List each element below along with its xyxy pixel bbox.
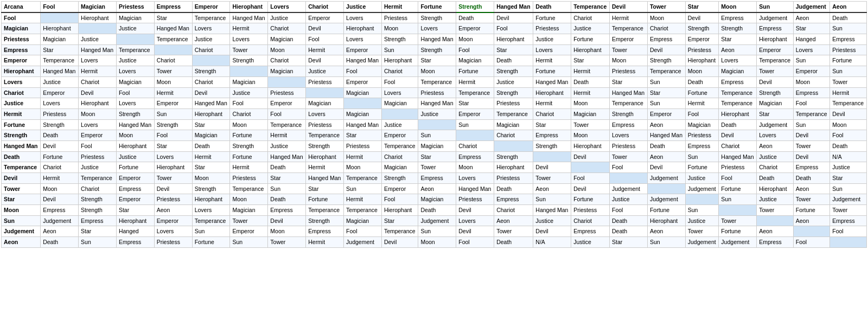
table-cell: Fortune	[685, 87, 719, 98]
table-cell: Hierophant	[571, 44, 610, 55]
table-cell: Lovers	[116, 98, 154, 109]
table-cell: Emperor	[230, 226, 268, 237]
table-row: PriestessMagicianJusticeTemperanceJustic…	[2, 34, 867, 45]
table-cell: Justice	[306, 66, 344, 77]
table-cell: Aeon	[757, 226, 794, 237]
table-cell: Devil	[79, 87, 117, 98]
table-cell: Strength	[685, 23, 719, 34]
table-cell: Moon	[793, 76, 830, 87]
table-cell: Devil	[268, 215, 306, 226]
table-cell: Justice	[685, 215, 719, 226]
table-cell: Magician	[230, 205, 268, 216]
table-cell: Lovers	[154, 151, 192, 162]
table-cell: Death	[192, 140, 230, 151]
table-cell: Strength	[610, 108, 648, 119]
table-cell: Hierophant	[192, 194, 230, 205]
table-cell: Judgement	[647, 194, 685, 205]
table-cell: Star	[418, 55, 456, 66]
column-header-star: Star	[685, 2, 719, 12]
table-row: AeonDeathSunEmpressPriestessFortuneSunTo…	[2, 237, 867, 248]
table-cell: Magician	[757, 98, 794, 109]
table-cell: Fortune	[456, 66, 494, 77]
table-cell: Magician	[306, 98, 344, 109]
table-cell: Fortune	[230, 151, 268, 162]
row-label: Emperor	[2, 55, 41, 66]
table-cell: Justice	[192, 34, 230, 45]
table-row: JudgementAeonStarHangedLoversSunEmperorM…	[2, 226, 867, 237]
row-label: Hermit	[2, 108, 41, 119]
table-cell: Fool	[154, 130, 192, 141]
table-cell: Empress	[685, 140, 719, 151]
table-cell: Temperance	[418, 76, 456, 87]
table-cell: Devil	[381, 237, 418, 248]
table-cell: Hierophant	[381, 205, 418, 216]
table-cell	[456, 130, 494, 141]
table-cell: Strength	[154, 119, 192, 130]
row-label: Devil	[2, 173, 41, 184]
table-cell: Magician	[116, 12, 154, 23]
table-cell: Death	[494, 237, 533, 248]
table-cell: Star	[192, 119, 230, 130]
table-cell: Strength	[116, 108, 154, 119]
table-cell	[793, 226, 830, 237]
table-cell: Tower	[418, 162, 456, 173]
table-cell: Hierophant	[154, 162, 192, 173]
table-cell: Emperor	[381, 130, 418, 141]
table-cell: Devil	[192, 87, 230, 98]
table-cell: Death	[268, 162, 306, 173]
table-cell: Devil	[306, 23, 344, 34]
table-cell: Emperor	[154, 98, 192, 109]
table-cell: Devil	[719, 130, 757, 141]
table-cell: Aeon	[647, 151, 685, 162]
table-cell: Priestess	[571, 205, 610, 216]
table-cell: Temperance	[230, 183, 268, 194]
table-cell: Hierophant	[79, 12, 117, 23]
table-cell: Empress	[306, 226, 344, 237]
table-cell: Justice	[571, 23, 610, 34]
table-cell	[268, 76, 306, 87]
table-cell: Temperance	[192, 12, 230, 23]
table-cell: Magician	[685, 119, 719, 130]
table-cell: Fool	[306, 34, 344, 45]
table-cell: Judgement	[41, 215, 79, 226]
table-cell: Tower	[154, 66, 192, 77]
table-cell: Emperor	[610, 34, 648, 45]
table-cell: Hermit	[533, 55, 571, 66]
table-cell: Temperance	[610, 23, 648, 34]
table-cell: Moon	[456, 162, 494, 173]
table-cell: Priestess	[830, 44, 867, 55]
table-cell: Devil	[793, 130, 830, 141]
table-row: LoversJusticeChariotMagicianMoonChariotM…	[2, 76, 867, 87]
table-cell: Hermit	[154, 87, 192, 98]
table-cell: Emperor	[79, 130, 117, 141]
table-cell: Fortune	[116, 162, 154, 173]
table-cell: Priestess	[719, 162, 757, 173]
table-cell: Devil	[793, 151, 830, 162]
table-cell: Hermit	[41, 173, 79, 184]
column-header-tower: Tower	[647, 2, 685, 12]
table-cell: Chariot	[192, 44, 230, 55]
table-cell: Tower	[533, 173, 571, 184]
table-cell: Temperance	[830, 98, 867, 109]
table-cell: Tower	[685, 226, 719, 237]
table-cell: Hermit	[344, 151, 382, 162]
table-cell: Hierophant	[116, 215, 154, 226]
table-cell: Star	[154, 140, 192, 151]
table-cell: Hermit	[79, 66, 117, 77]
table-cell: Star	[610, 237, 648, 248]
table-cell	[381, 108, 418, 119]
table-cell: Sun	[719, 194, 757, 205]
table-cell: Aeon	[719, 44, 757, 55]
table-row: TowerMoonChariotEmpressDevilStrengthTemp…	[2, 183, 867, 194]
table-cell: Temperance	[757, 55, 794, 66]
table-cell: Emperor	[116, 173, 154, 184]
table-cell: Tower	[719, 215, 757, 226]
table-cell: Justice	[571, 237, 610, 248]
table-cell: Priestess	[230, 173, 268, 184]
table-cell: Star	[154, 12, 192, 23]
table-cell: Aeon	[418, 183, 456, 194]
table-cell: Lovers	[381, 87, 418, 98]
table-cell: Fortune	[533, 12, 571, 23]
table-cell: Sun	[418, 226, 456, 237]
table-cell: Judgement	[685, 237, 719, 248]
